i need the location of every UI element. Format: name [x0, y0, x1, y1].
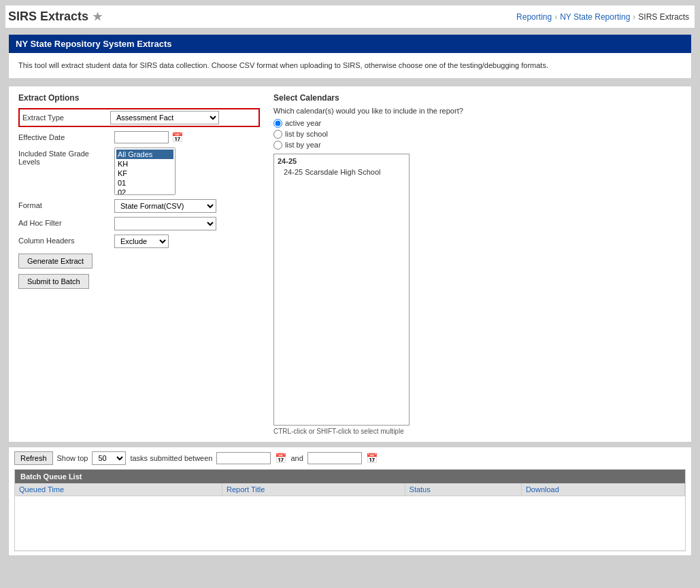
main-content: NY State Repository System Extracts This… [5, 29, 695, 566]
breadcrumb-sep-1: › [554, 12, 557, 22]
extract-type-label: Extract Type [22, 114, 107, 122]
adhoc-filter-row: Ad Hoc Filter [18, 217, 260, 230]
col-headers-select[interactable]: Exclude Include [114, 235, 169, 248]
effective-date-label: Effective Date [18, 131, 110, 141]
cal-ctrl-hint: CTRL-click or SHIFT-click to select mult… [273, 428, 682, 435]
star-icon[interactable]: ★ [93, 10, 102, 23]
section-panel: NY State Repository System Extracts This… [8, 34, 692, 79]
date-to-input[interactable]: 08/06/2024 [307, 452, 362, 464]
breadcrumb-sep-2: › [633, 12, 635, 22]
cal-entry-scarsdale[interactable]: 24-25 Scarsdale High School [276, 167, 407, 177]
batch-queue-header: Batch Queue List [15, 470, 685, 483]
page-wrapper: SIRS Extracts ★ Reporting › NY State Rep… [0, 0, 700, 588]
effective-date-row: Effective Date 08/06/2024 📅 [18, 131, 260, 143]
radio-list-by-year: list by year [273, 141, 682, 150]
date-to-cal-icon[interactable]: 📅 [366, 453, 378, 464]
col-queued-time[interactable]: Queued Time [15, 483, 222, 496]
radio-active-year-label: active year [285, 119, 321, 127]
calendar-radio-group: active year list by school list by year [273, 119, 682, 150]
col-status[interactable]: Status [405, 483, 521, 496]
radio-list-by-year-label: list by year [285, 141, 321, 149]
effective-date-input[interactable]: 08/06/2024 [114, 131, 169, 143]
and-label: and [290, 454, 303, 462]
section-description: This tool will extract student data for … [18, 61, 548, 69]
section-title: NY State Repository System Extracts [16, 39, 172, 49]
effective-date-control: 08/06/2024 📅 [114, 131, 183, 143]
extract-left: Extract Options Extract Type Assessment … [18, 93, 260, 435]
breadcrumb-current: SIRS Extracts [638, 12, 689, 22]
extract-right: Select Calendars Which calendar(s) would… [273, 93, 682, 435]
grade-levels-select[interactable]: All Grades KH KF 01 02 03 04 05 [114, 148, 176, 195]
col-report-title[interactable]: Report Title [222, 483, 405, 496]
date-from-input[interactable]: 07/30/2024 [216, 452, 271, 464]
breadcrumb-reporting[interactable]: Reporting [516, 12, 552, 22]
tasks-label: tasks submitted between [130, 454, 212, 462]
extract-options-heading: Extract Options [18, 93, 260, 103]
batch-wrapper: Refresh Show top 25 50 100 200 tasks sub… [8, 447, 692, 556]
breadcrumb: Reporting › NY State Reporting › SIRS Ex… [516, 12, 689, 22]
format-label: Format [18, 199, 110, 209]
radio-list-by-school-input[interactable] [273, 130, 282, 139]
refresh-button[interactable]: Refresh [14, 451, 53, 465]
page-title: SIRS Extracts [8, 10, 88, 24]
batch-table-empty-row [15, 496, 685, 550]
calendar-question: Which calendar(s) would you like to incl… [273, 107, 682, 115]
adhoc-filter-select[interactable] [114, 217, 216, 230]
section-body: This tool will extract student data for … [9, 53, 691, 78]
radio-active-year-input[interactable] [273, 119, 282, 128]
cal-group-24-25: 24-25 [276, 156, 407, 167]
extract-form-wrapper: Extract Options Extract Type Assessment … [8, 86, 692, 443]
batch-toolbar: Refresh Show top 25 50 100 200 tasks sub… [14, 451, 686, 465]
col-headers-row: Column Headers Exclude Include [18, 235, 260, 248]
submit-to-batch-button[interactable]: Submit to Batch [18, 274, 89, 289]
radio-list-by-year-input[interactable] [273, 141, 282, 150]
extract-type-select[interactable]: Assessment Fact Staff Student Enrollment [110, 111, 219, 124]
extract-type-row: Extract Type Assessment Fact Staff Stude… [18, 108, 260, 127]
grade-levels-label: Included State Grade Levels [18, 148, 110, 166]
generate-extract-button[interactable]: Generate Extract [18, 254, 93, 269]
format-row: Format State Format(CSV) Tab Delimited X… [18, 199, 260, 213]
show-top-label: Show top [57, 454, 88, 462]
effective-date-calendar-icon[interactable]: 📅 [171, 132, 183, 143]
batch-queue-section: Batch Queue List Queued Time Report Titl… [14, 469, 686, 551]
section-header: NY State Repository System Extracts [9, 35, 691, 53]
batch-table-header-row: Queued Time Report Title Status Download [15, 483, 685, 496]
col-download[interactable]: Download [521, 483, 684, 496]
top-header: SIRS Extracts ★ Reporting › NY State Rep… [5, 5, 695, 29]
adhoc-filter-label: Ad Hoc Filter [18, 217, 110, 227]
page-title-area: SIRS Extracts ★ [8, 10, 102, 24]
col-headers-label: Column Headers [18, 235, 110, 245]
radio-list-by-school: list by school [273, 130, 682, 139]
radio-list-by-school-label: list by school [285, 130, 328, 138]
radio-active-year: active year [273, 119, 682, 128]
date-from-cal-icon[interactable]: 📅 [275, 453, 286, 464]
calendar-list-box[interactable]: 24-25 24-25 Scarsdale High School [273, 154, 410, 426]
batch-table: Queued Time Report Title Status Download [15, 483, 685, 551]
show-top-select[interactable]: 25 50 100 200 [92, 451, 126, 465]
batch-table-body [15, 496, 685, 550]
format-select[interactable]: State Format(CSV) Tab Delimited XML [114, 199, 216, 213]
grade-levels-row: Included State Grade Levels All Grades K… [18, 148, 260, 195]
select-calendars-heading: Select Calendars [273, 93, 682, 103]
breadcrumb-ny-state[interactable]: NY State Reporting [560, 12, 630, 22]
